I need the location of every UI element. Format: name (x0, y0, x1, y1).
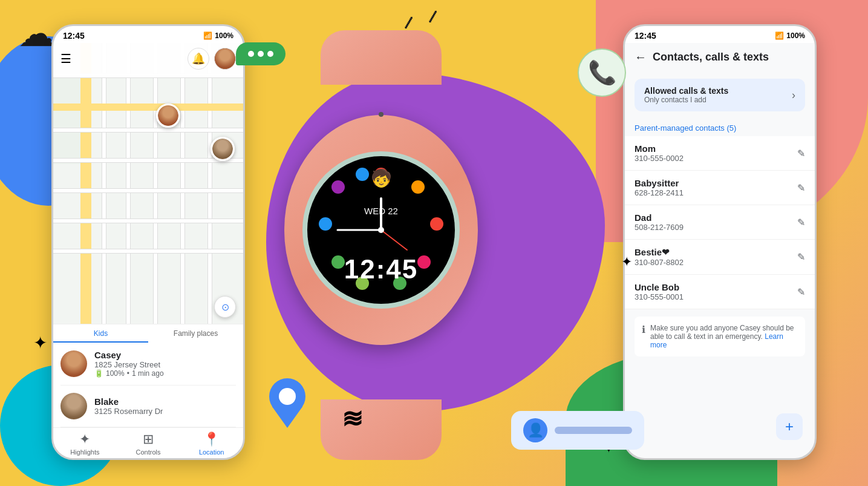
nav-highlights[interactable]: ✦ Highlights (53, 432, 117, 456)
highlights-label: Highlights (70, 448, 99, 456)
contact-row-bestie[interactable]: Bestie❤ 310-807-8802 ✎ (625, 240, 815, 275)
notification-button[interactable]: 🔔 (188, 48, 209, 70)
contact-row-babysitter[interactable]: Babysitter 628-128-2411 ✎ (625, 171, 815, 205)
left-status-time: 12:45 (63, 31, 85, 41)
map-area: ☰ 🔔 ⊙ (53, 43, 243, 324)
edit-icon-dad[interactable]: ✎ (797, 217, 805, 228)
map-topbar-right: 🔔 (188, 48, 236, 70)
right-topbar: ← Contacts, calls & texts (625, 43, 815, 69)
nav-location[interactable]: 📍 Location (180, 432, 243, 456)
right-content: Allowed calls & texts Only contacts I ad… (625, 69, 815, 458)
highlights-icon: ✦ (79, 432, 90, 447)
bottom-navigation: ✦ Highlights ⊞ Controls 📍 Location (53, 427, 243, 458)
blake-address: 3125 Rosemarry Dr (94, 407, 236, 416)
info-note-text: Make sure you add anyone Casey should be… (650, 324, 798, 349)
watch-band-top (321, 30, 442, 85)
casey-avatar-map (158, 105, 178, 126)
location-label: Location (199, 448, 224, 456)
location-pin-decoration (266, 373, 308, 438)
info-icon: ℹ (642, 324, 645, 335)
map-topbar: ☰ 🔔 (53, 43, 243, 74)
svg-marker-2 (272, 407, 302, 428)
tab-family-places[interactable]: Family places (148, 324, 243, 343)
svg-line-15 (381, 230, 407, 250)
contact-phone-bestie: 310-807-8802 (635, 258, 790, 267)
blake-name: Blake (94, 396, 236, 407)
contact-row-mom[interactable]: Mom 310-555-0002 ✎ (625, 136, 815, 171)
map-road-v2 (126, 43, 131, 324)
edit-icon-bestie[interactable]: ✎ (797, 251, 805, 263)
contacts-list: Mom 310-555-0002 ✎ Babysitter 628-128-24… (625, 136, 815, 309)
blake-avatar (60, 393, 87, 419)
battery-text: 100% (215, 31, 233, 40)
map-road-v3 (153, 43, 158, 324)
contact-name-babysitter: Babysitter (635, 178, 790, 188)
left-status-bar: 12:45 📶 100% (53, 26, 243, 43)
my-location-button[interactable]: ⊙ (214, 296, 236, 318)
edit-icon-uncle-bob[interactable]: ✎ (797, 286, 805, 298)
chat-dot-3 (267, 51, 273, 57)
contact-info-dad: Dad 508-212-7609 (635, 212, 790, 232)
contact-row-dad[interactable]: Dad 508-212-7609 ✎ (625, 205, 815, 240)
diamond-deco-1: ✦ (33, 333, 47, 353)
user-avatar-button[interactable] (214, 48, 236, 70)
add-contact-button[interactable]: + (776, 413, 803, 440)
map-road-h3 (53, 158, 243, 163)
tab-kids[interactable]: Kids (53, 324, 148, 343)
phone-right-inner: 12:45 📶 100% ← Contacts, calls & texts A… (625, 26, 815, 458)
battery-icon: 🔋 (94, 369, 103, 378)
hamburger-menu[interactable]: ☰ (60, 51, 71, 66)
map-road-h4 (53, 188, 243, 193)
right-wifi-icon: 📶 (775, 31, 784, 40)
blake-avatar-map (212, 139, 233, 159)
back-button[interactable]: ← (635, 50, 647, 64)
casey-info: Casey 1825 Jersey Street 🔋 100% • 1 min … (94, 350, 236, 378)
controls-label: Controls (136, 448, 161, 456)
edit-icon-mom[interactable]: ✎ (797, 148, 805, 159)
controls-icon: ⊞ (143, 432, 154, 447)
watch-camera (379, 112, 383, 117)
casey-avatar (60, 350, 87, 377)
svg-point-1 (279, 388, 296, 405)
zigzag-decoration: ≋ (342, 406, 363, 432)
list-item-casey[interactable]: Casey 1825 Jersey Street 🔋 100% • 1 min … (60, 343, 236, 386)
left-status-icons: 📶 100% (203, 31, 233, 40)
right-battery: 100% (786, 31, 805, 40)
allowed-calls-row[interactable]: Allowed calls & texts Only contacts I ad… (635, 79, 805, 111)
contact-card-avatar-icon: 👤 (523, 418, 547, 442)
watch-body: WED 22 🧒 12:45 (284, 115, 478, 345)
allowed-calls-text: Allowed calls & texts Only contacts I ad… (644, 86, 728, 104)
chat-bubble-decoration (236, 42, 286, 65)
svg-point-10 (319, 217, 332, 231)
map-road-v5 (207, 43, 212, 324)
diamond-deco-2: ✦ (621, 254, 632, 270)
map-road-yellow-h1 (53, 103, 243, 111)
chat-dot-2 (258, 51, 264, 57)
map-pin-blake[interactable] (210, 137, 235, 161)
contact-card-bar (555, 427, 632, 434)
map-background (53, 43, 243, 324)
map-road-v1 (102, 43, 106, 324)
contact-info-bestie: Bestie❤ 310-807-8802 (635, 247, 790, 267)
smartwatch: WED 22 🧒 12:45 (260, 67, 502, 418)
phone-left-inner: 12:45 📶 100% (53, 26, 243, 458)
map-road-h5 (53, 218, 243, 223)
map-road-yellow-v (80, 43, 91, 324)
map-road-h2 (53, 128, 243, 133)
contact-info-mom: Mom 310-555-0002 (635, 143, 790, 163)
contact-row-uncle-bob[interactable]: Uncle Bob 310-555-0001 ✎ (625, 275, 815, 309)
casey-battery: 100% (106, 369, 125, 378)
edit-icon-babysitter[interactable]: ✎ (797, 182, 805, 194)
allowed-calls-title: Allowed calls & texts (644, 86, 728, 96)
contact-phone-mom: 310-555-0002 (635, 154, 790, 163)
nav-controls[interactable]: ⊞ Controls (117, 432, 180, 456)
blake-info: Blake 3125 Rosemarry Dr (94, 396, 236, 416)
contact-phone-uncle-bob: 310-555-0001 (635, 292, 790, 301)
map-road-h6 (53, 249, 243, 254)
contact-info-uncle-bob: Uncle Bob 310-555-0001 (635, 282, 790, 301)
page-title: Contacts, calls & texts (653, 51, 805, 64)
list-item-blake[interactable]: Blake 3125 Rosemarry Dr (60, 386, 236, 427)
contact-info-babysitter: Babysitter 628-128-2411 (635, 178, 790, 197)
map-pin-casey[interactable] (156, 103, 180, 128)
section-label: Parent-managed contacts (5) (625, 116, 815, 136)
